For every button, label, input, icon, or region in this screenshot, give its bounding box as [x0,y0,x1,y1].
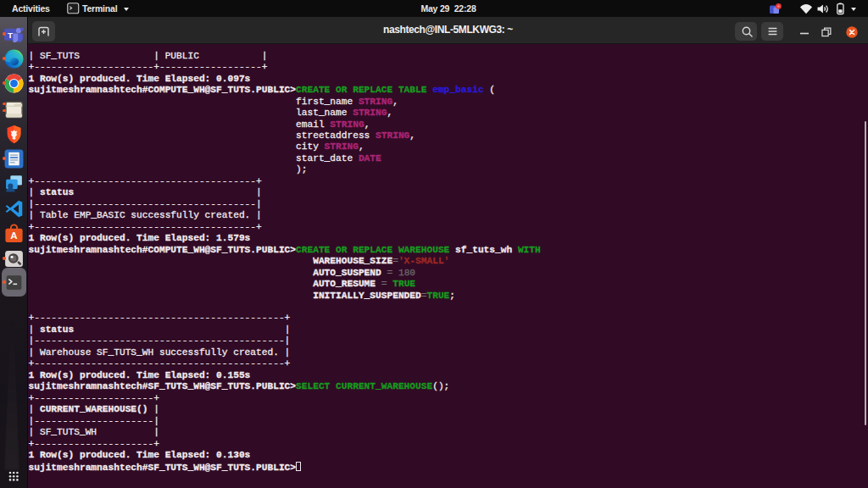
svg-text:T: T [8,30,13,39]
svg-text:A: A [10,230,17,241]
